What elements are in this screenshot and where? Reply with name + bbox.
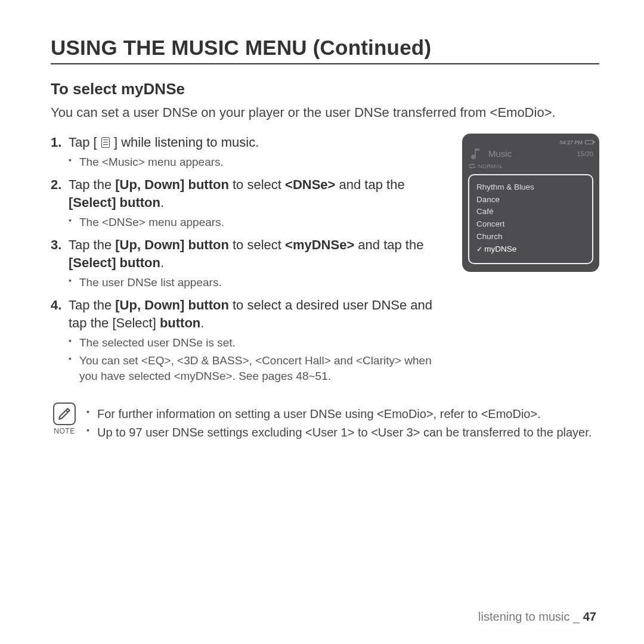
note-icon: [53, 402, 76, 425]
instruction-column: Tap [ ] while listening to music.The <Mu…: [51, 134, 451, 390]
footer-section: listening to music _: [478, 610, 580, 623]
device-playmode: NORMAL: [478, 163, 503, 169]
step-item: Tap [ ] while listening to music.The <Mu…: [51, 134, 451, 170]
device-menu-item: Concert: [476, 218, 585, 231]
battery-icon: [585, 140, 593, 144]
note-item: Up to 97 user DNSe settings excluding <U…: [86, 425, 592, 441]
step-item: Tap the [Up, Down] button to select <myD…: [51, 236, 451, 290]
menu-button-icon: [101, 137, 110, 148]
note-block: NOTE For further information on setting …: [51, 402, 599, 447]
device-track-count: 15/20: [577, 150, 593, 157]
step-sub-item: The selected user DNSe is set.: [69, 335, 451, 351]
device-screenshot: 04:27 PM Music 15/20 NORMAL Rhythm & Blu…: [462, 134, 599, 272]
device-menu-item: Café: [476, 206, 585, 218]
page-title: USING THE MUSIC MENU (Continued): [51, 36, 599, 64]
step-sub-item: You can set <EQ>, <3D & BASS>, <Concert …: [69, 353, 451, 383]
device-header: Music: [488, 148, 512, 159]
device-menu-item: Rhythm & Blues: [476, 181, 585, 194]
note-label: NOTE: [54, 427, 75, 435]
intro-text: You can set a user DNSe on your player o…: [51, 104, 599, 122]
step-list: Tap [ ] while listening to music.The <Mu…: [51, 134, 451, 384]
step-item: Tap the [Up, Down] button to select <DNS…: [51, 176, 451, 230]
step-sub-item: The <Music> menu appears.: [69, 154, 451, 170]
page-footer: listening to music _ 47: [478, 610, 596, 624]
footer-page-number: 47: [583, 610, 596, 623]
note-list: For further information on setting a use…: [86, 406, 592, 441]
device-menu-item: Church: [476, 231, 585, 243]
step-item: Tap the [Up, Down] button to select a de…: [51, 296, 451, 383]
device-time: 04:27 PM: [559, 140, 583, 145]
device-menu: Rhythm & BluesDanceCaféConcertChurchmyDN…: [468, 174, 593, 265]
repeat-icon: [468, 163, 476, 169]
device-menu-item: Dance: [476, 194, 585, 206]
note-item: For further information on setting a use…: [86, 406, 592, 422]
music-note-icon: [468, 147, 485, 161]
section-subhead: To select myDNSe: [51, 80, 599, 98]
step-sub-item: The <DNSe> menu appears.: [69, 215, 451, 230]
step-sub-item: The user DNSe list appears.: [69, 275, 451, 290]
device-menu-item: myDNSe: [476, 243, 585, 256]
